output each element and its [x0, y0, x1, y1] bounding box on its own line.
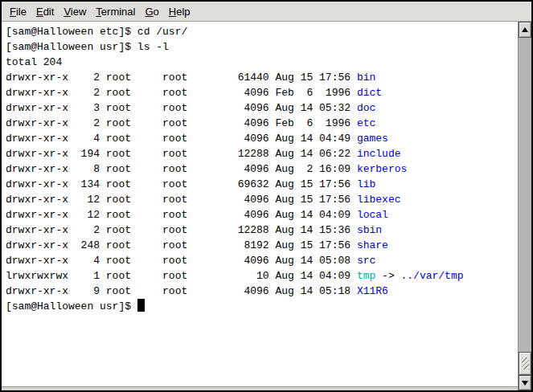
terminal-column: [sam@Halloween etc]$ cd /usr/[sam@Hallow…	[2, 22, 518, 390]
terminal-line: drwxr-xr-x 12 root root 4096 Aug 14 04:0…	[6, 207, 518, 223]
terminal-text: drwxr-xr-x 2 root root 61440 Aug 15 17:5…	[6, 71, 357, 84]
menu-item-go[interactable]: Go	[140, 3, 163, 20]
terminal-text: [sam@Halloween usr]$	[6, 300, 137, 312]
terminal-text: ->	[375, 270, 400, 282]
terminal-line: drwxr-xr-x 2 root root 4096 Feb 6 1996 d…	[6, 85, 518, 100]
terminal-text: [sam@Halloween etc]$ cd /usr/	[6, 26, 187, 38]
terminal-text: drwxr-xr-x 2 root root 4096 Feb 6 1996	[6, 87, 357, 99]
menu-item-terminal[interactable]: Terminal	[91, 3, 140, 20]
scroll-up-button[interactable]	[519, 22, 531, 38]
terminal-line: drwxr-xr-x 2 root root 12288 Aug 14 15:3…	[6, 223, 518, 238]
filename-libexec: libexec	[357, 194, 401, 206]
terminal-line: drwxr-xr-x 2 root root 61440 Aug 15 17:5…	[6, 70, 518, 85]
terminal-text: drwxr-xr-x 2 root root 12288 Aug 14 15:3…	[6, 224, 357, 236]
terminal-text: drwxr-xr-x 2 root root 4096 Feb 6 1996	[6, 117, 357, 129]
terminal-text: drwxr-xr-x 4 root root 4096 Aug 14 05:08	[6, 255, 357, 267]
menu-item-view[interactable]: View	[59, 3, 91, 20]
terminal-cursor	[137, 299, 145, 312]
terminal-text: drwxr-xr-x 248 root root 8192 Aug 15 17:…	[6, 239, 357, 251]
terminal-text: [sam@Halloween usr]$ ls -l	[6, 41, 169, 53]
filename-games: games	[357, 133, 388, 145]
terminal-line: drwxr-xr-x 2 root root 4096 Feb 6 1996 e…	[6, 116, 518, 131]
terminal-line: drwxr-xr-x 3 root root 4096 Aug 14 05:32…	[6, 100, 518, 116]
terminal-line: drwxr-xr-x 9 root root 4096 Aug 14 05:18…	[6, 284, 518, 299]
symlink-target-var-tmp: ../var/tmp	[401, 270, 464, 282]
terminal-line: [sam@Halloween usr]$	[6, 299, 518, 314]
terminal-line: lrwxrwxrwx 1 root root 10 Aug 14 04:09 t…	[6, 268, 518, 284]
terminal-text: drwxr-xr-x 9 root root 4096 Aug 14 05:18	[6, 285, 357, 297]
window-bottom-frame	[2, 386, 518, 390]
filename-dict: dict	[357, 87, 382, 99]
terminal-window: FileEditViewTerminalGoHelp [sam@Hallowee…	[0, 0, 533, 392]
terminal-line: drwxr-xr-x 4 root root 4096 Aug 14 04:49…	[6, 131, 518, 146]
terminal-line: drwxr-xr-x 8 root root 4096 Aug 2 16:09 …	[6, 161, 518, 177]
terminal-text: drwxr-xr-x 12 root root 4096 Aug 14 04:0…	[6, 209, 357, 221]
terminal-line: total 204	[6, 55, 518, 70]
filename-x11r6: X11R6	[357, 285, 388, 297]
down-arrow-icon	[522, 381, 528, 386]
terminal-text: lrwxrwxrwx 1 root root 10 Aug 14 04:09	[6, 270, 357, 282]
terminal-text: drwxr-xr-x 3 root root 4096 Aug 14 05:32	[6, 102, 357, 114]
diagonal-grip-icon	[522, 357, 529, 370]
menu-item-help[interactable]: Help	[164, 3, 195, 20]
menu-item-file[interactable]: File	[5, 3, 31, 20]
scrollbar-thumb[interactable]	[519, 352, 531, 375]
terminal-line: drwxr-xr-x 12 root root 4096 Aug 15 17:5…	[6, 192, 518, 207]
filename-doc: doc	[357, 102, 375, 114]
filename-local: local	[357, 209, 388, 221]
filename-bin: bin	[357, 71, 375, 84]
filename-etc: etc	[357, 117, 375, 129]
scroll-down-button[interactable]	[519, 375, 531, 390]
terminal-line: drwxr-xr-x 4 root root 4096 Aug 14 05:08…	[6, 253, 518, 268]
terminal-text: total 204	[6, 56, 62, 68]
terminal-line: drwxr-xr-x 134 root root 69632 Aug 15 17…	[6, 177, 518, 192]
terminal-text: drwxr-xr-x 194 root root 12288 Aug 14 06…	[6, 148, 357, 160]
menu-item-edit[interactable]: Edit	[31, 3, 59, 20]
terminal-text: drwxr-xr-x 4 root root 4096 Aug 14 04:49	[6, 133, 357, 145]
terminal-line: drwxr-xr-x 194 root root 12288 Aug 14 06…	[6, 146, 518, 161]
up-arrow-icon	[522, 27, 528, 32]
filename-lib: lib	[357, 178, 375, 190]
menu-bar: FileEditViewTerminalGoHelp	[2, 2, 531, 22]
terminal-text: drwxr-xr-x 134 root root 69632 Aug 15 17…	[6, 178, 357, 190]
terminal-text: drwxr-xr-x 8 root root 4096 Aug 2 16:09	[6, 163, 357, 175]
terminal-text: drwxr-xr-x 12 root root 4096 Aug 15 17:5…	[6, 194, 357, 206]
terminal-line: drwxr-xr-x 248 root root 8192 Aug 15 17:…	[6, 238, 518, 253]
scrollbar-track[interactable]	[519, 38, 531, 375]
filename-tmp: tmp	[357, 270, 375, 282]
terminal-line: [sam@Halloween usr]$ ls -l	[6, 39, 518, 55]
terminal-line: [sam@Halloween etc]$ cd /usr/	[6, 24, 518, 39]
filename-share: share	[357, 239, 388, 251]
terminal-output[interactable]: [sam@Halloween etc]$ cd /usr/[sam@Hallow…	[2, 22, 518, 386]
scrollbar	[518, 22, 531, 390]
filename-include: include	[357, 148, 401, 160]
filename-src: src	[357, 255, 375, 267]
main-area: [sam@Halloween etc]$ cd /usr/[sam@Hallow…	[2, 22, 531, 390]
filename-kerberos: kerberos	[357, 163, 407, 175]
filename-sbin: sbin	[357, 224, 382, 236]
